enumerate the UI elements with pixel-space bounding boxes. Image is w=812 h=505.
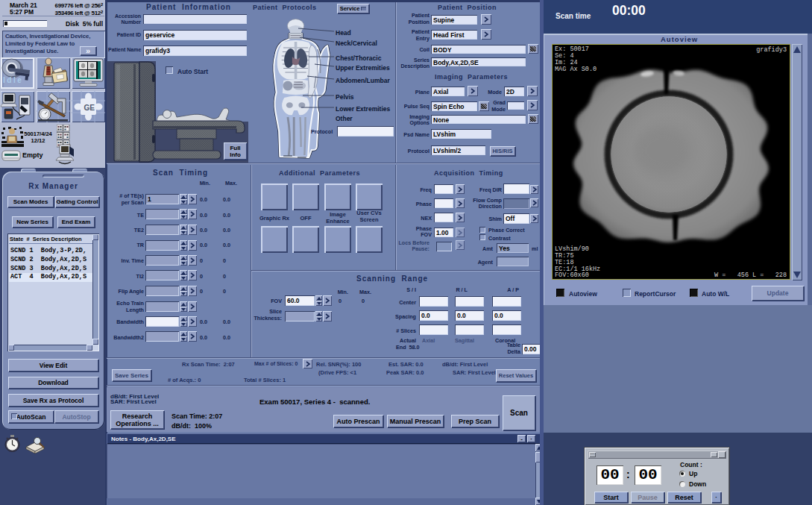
svg-text:GE: GE — [84, 104, 95, 112]
svg-text:Idle: Idle — [3, 76, 23, 84]
